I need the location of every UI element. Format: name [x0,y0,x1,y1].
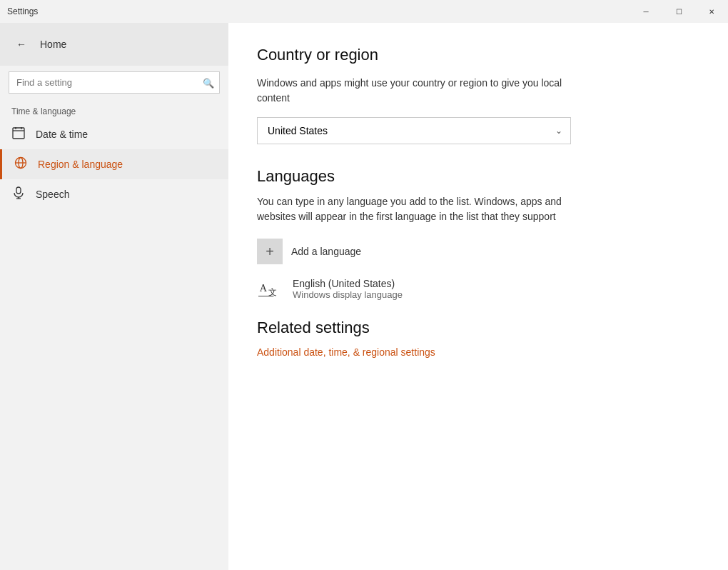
main-container: ← Home 🔍 Time & language Date & time [0,23,728,570]
svg-text:A: A [260,282,268,294]
language-icon-english: A 文 [257,276,283,301]
country-region-desc: Windows and apps might use your country … [257,76,585,106]
add-language-icon: + [257,239,283,264]
svg-text:文: 文 [268,287,277,296]
maximize-button[interactable]: ☐ [662,0,695,23]
minimize-button[interactable]: ─ [630,0,662,23]
related-settings-title: Related settings [257,319,699,337]
region-language-icon [14,156,28,172]
titlebar: Settings ─ ☐ ✕ [0,0,728,23]
country-region-section: Country or region Windows and apps might… [257,46,699,144]
back-icon: ← [16,39,26,50]
sidebar-date-time-label: Date & time [36,129,88,140]
plus-icon: + [266,244,274,260]
country-region-title: Country or region [257,46,699,64]
close-button[interactable]: ✕ [695,0,728,23]
add-language-button[interactable]: + Add a language [257,239,699,264]
sidebar: ← Home 🔍 Time & language Date & time [0,23,228,570]
titlebar-title: Settings [7,6,38,16]
country-select-wrapper: United States ⌄ [257,117,571,144]
search-icon: 🔍 [203,77,214,88]
language-name: English (United States) [293,278,403,289]
language-item-english: A 文 English (United States) Windows disp… [257,276,699,301]
related-settings-section: Related settings Additional date, time, … [257,319,699,359]
language-sub: Windows display language [293,289,403,300]
svg-rect-7 [16,187,21,194]
date-time-icon [11,126,26,142]
languages-section: Languages You can type in any language y… [257,167,699,301]
sidebar-item-speech[interactable]: Speech [0,179,228,209]
languages-title: Languages [257,167,699,186]
sidebar-region-language-label: Region & language [38,159,123,170]
add-language-label: Add a language [291,246,361,257]
search-box: 🔍 [9,71,220,94]
sidebar-home-label: Home [40,39,66,50]
search-input[interactable] [9,71,220,94]
sidebar-item-date-time[interactable]: Date & time [0,119,228,149]
back-button[interactable]: ← [11,34,31,54]
sidebar-item-region-language[interactable]: Region & language [0,149,228,179]
titlebar-left: Settings [7,6,38,16]
language-info-english: English (United States) Windows display … [293,278,403,300]
sidebar-speech-label: Speech [36,189,69,200]
speech-icon [11,186,26,202]
content-area: Country or region Windows and apps might… [228,23,728,570]
languages-desc: You can type in any language you add to … [257,194,571,224]
titlebar-controls: ─ ☐ ✕ [630,0,728,23]
country-select[interactable]: United States [257,117,571,144]
svg-rect-0 [13,128,24,139]
sidebar-header: ← Home [0,23,228,66]
additional-settings-link[interactable]: Additional date, time, & regional settin… [257,346,435,358]
sidebar-section-label: Time & language [0,99,228,119]
